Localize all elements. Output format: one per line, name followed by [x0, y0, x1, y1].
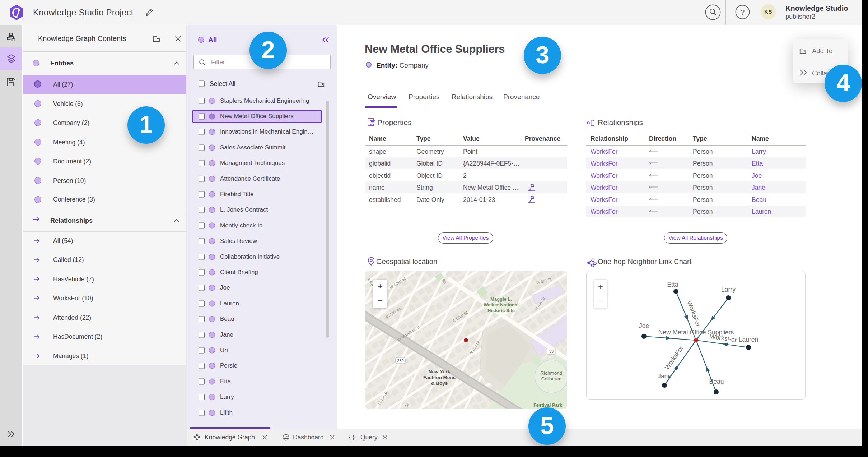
- svg-text:Joe: Joe: [639, 322, 649, 329]
- svg-text:Fashion Mens: Fashion Mens: [423, 375, 456, 380]
- svg-text:33: 33: [549, 349, 554, 354]
- svg-text:Beau: Beau: [709, 378, 724, 385]
- svg-text:Richmond: Richmond: [541, 370, 563, 376]
- svg-text:?: ?: [741, 8, 745, 16]
- svg-text:Festival Park: Festival Park: [533, 402, 563, 408]
- svg-text:Lauren: Lauren: [739, 336, 759, 343]
- svg-text:250: 250: [397, 359, 403, 363]
- svg-text:Larry: Larry: [721, 286, 736, 293]
- svg-text:& Boys: & Boys: [431, 380, 448, 386]
- svg-text:Walker National: Walker National: [484, 302, 518, 308]
- svg-text:Maggie L.: Maggie L.: [490, 296, 512, 302]
- svg-text:WorksFor: WorksFor: [663, 345, 685, 371]
- svg-text:New York: New York: [429, 369, 451, 374]
- svg-text:Historic Site: Historic Site: [487, 308, 515, 313]
- svg-text:WorksFor: WorksFor: [686, 300, 702, 328]
- svg-text:Coliseum: Coliseum: [541, 376, 561, 382]
- svg-text:Etta: Etta: [667, 281, 678, 288]
- svg-text:Jane: Jane: [658, 373, 671, 380]
